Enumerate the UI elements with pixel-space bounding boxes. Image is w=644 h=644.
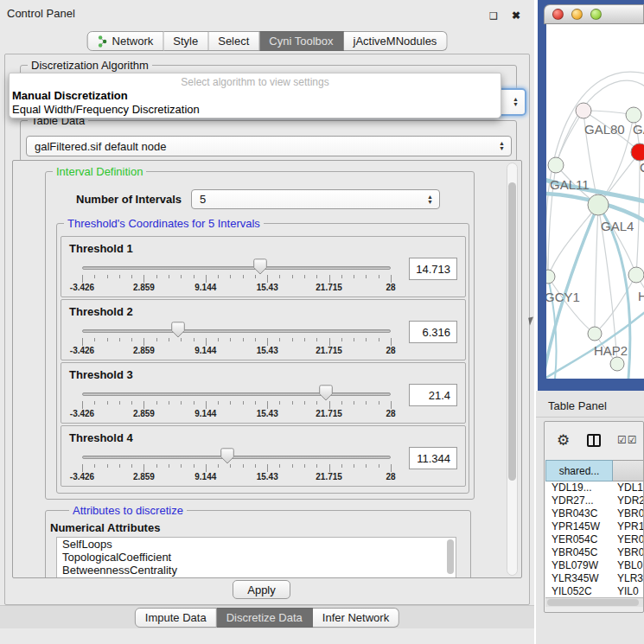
threshold-value-field[interactable]: 11.344 [409, 447, 457, 469]
cell-name[interactable]: YBR0 [613, 546, 644, 559]
cell-name[interactable]: YPR1 [613, 520, 644, 533]
network-node-hap2[interactable] [588, 327, 602, 341]
attribute-item[interactable]: TopologicalCoefficient [57, 551, 456, 564]
popup-item-manual-discretization[interactable]: Manual Discretization [12, 89, 128, 102]
cell-shared-name[interactable]: YBR043C [545, 507, 613, 520]
cell-shared-name[interactable]: YPR145W [545, 520, 613, 533]
threshold-slider[interactable]: -3.4262.8599.14415.4321.71528 [82, 322, 391, 357]
column-header-shared-name[interactable]: shared... [545, 460, 613, 481]
float-window-icon[interactable]: ❑ [488, 10, 500, 22]
table-row[interactable]: YDL19...YDL1 [545, 481, 644, 494]
cell-name[interactable]: YIL0 [613, 585, 644, 597]
cell-name[interactable]: YLR3 [613, 572, 644, 585]
panel-title: Control Panel [7, 7, 75, 20]
slider-track[interactable] [82, 456, 391, 459]
numerical-attributes-list[interactable]: SelfLoopsTopologicalCoefficientBetweenne… [56, 537, 456, 578]
popup-hint: Select algorithm to view settings [10, 76, 501, 88]
list-scrollbar[interactable] [447, 539, 454, 574]
threshold-slider[interactable]: -3.4262.8599.14415.4321.71528 [82, 259, 391, 294]
cell-shared-name[interactable]: YDL19... [545, 481, 613, 494]
cell-name[interactable]: YBR0 [613, 507, 644, 520]
zoom-traffic-icon[interactable] [590, 9, 602, 20]
threshold-panel-2: Threshold 2-3.4262.8599.14415.4321.71528… [61, 299, 466, 360]
settings-scrollbar-thumb[interactable] [508, 182, 516, 481]
network-node[interactable] [610, 357, 624, 371]
table-header-row: shared... na [545, 460, 644, 481]
threshold-slider[interactable]: -3.4262.8599.14415.4321.71528 [82, 449, 391, 483]
slider-track[interactable] [82, 392, 391, 396]
table-row[interactable]: YLR345WYLR3 [545, 572, 644, 585]
tab-select[interactable]: Select [208, 31, 259, 51]
table-row[interactable]: YER054CYER0 [545, 533, 644, 546]
network-node-gcy1[interactable] [546, 270, 555, 284]
network-node-h[interactable] [628, 267, 644, 283]
slider-tick-labels: -3.4262.8599.14415.4321.71528 [82, 346, 391, 356]
attribute-item[interactable]: SelfLoops [57, 538, 456, 551]
number-of-intervals-combobox[interactable]: 5 ▲▼ [191, 189, 440, 209]
threshold-slider[interactable]: -3.4262.8599.14415.4321.71528 [82, 386, 391, 420]
table-row[interactable]: YBR045CYBR0 [545, 546, 644, 559]
cell-name[interactable]: YBL0 [613, 559, 644, 572]
table-hscrollbar[interactable] [545, 597, 644, 607]
cell-shared-name[interactable]: YDR27... [545, 494, 613, 507]
tab-jactivemnodules[interactable]: jActiveMNodules [344, 31, 448, 51]
slider-track[interactable] [82, 266, 391, 270]
cell-name[interactable]: YDR2 [613, 494, 644, 507]
attribute-item[interactable]: BetweennessCentrality [57, 564, 456, 577]
slider-thumb[interactable] [253, 258, 268, 275]
cell-shared-name[interactable]: YBR045C [545, 546, 613, 559]
threshold-value-field[interactable]: 6.316 [409, 321, 457, 343]
cell-shared-name[interactable]: YIL052C [545, 585, 613, 597]
right-panel: GAL80GACGAL11GAL4GCY1HHAP2 Table Panel ⚙… [536, 0, 644, 644]
slider-thumb[interactable] [319, 385, 334, 401]
settings-scrollbar[interactable] [507, 163, 518, 576]
tab-cyni-toolbox[interactable]: Cyni Toolbox [259, 31, 343, 51]
close-traffic-icon[interactable] [552, 9, 564, 20]
tab-infer-network[interactable]: Infer Network [313, 608, 399, 628]
cell-shared-name[interactable]: YBL079W [545, 559, 613, 572]
minimize-traffic-icon[interactable] [571, 9, 583, 20]
tab-style[interactable]: Style [163, 31, 208, 51]
cell-shared-name[interactable]: YER054C [545, 533, 613, 546]
cell-name[interactable]: YDL1 [613, 481, 644, 494]
slider-tick-labels: -3.4262.8599.14415.4321.71528 [82, 472, 391, 482]
network-node-c[interactable] [631, 143, 644, 161]
table-data-combobox[interactable]: galFiltered.sif default node ▲▼ [26, 136, 512, 156]
cell-shared-name[interactable]: YLR345W [545, 572, 613, 585]
tab-discretize-data[interactable]: Discretize Data [217, 608, 313, 628]
group-legend: Threshold's Coordinates for 5 Intervals [64, 217, 264, 230]
network-window-titlebar[interactable] [544, 4, 644, 24]
table-row[interactable]: YPR145WYPR1 [545, 520, 644, 533]
slider-thumb[interactable] [220, 448, 234, 464]
tab-impute-data[interactable]: Impute Data [135, 608, 217, 628]
network-node-gal11[interactable] [548, 157, 564, 173]
apply-button[interactable]: Apply [233, 580, 290, 599]
group-legend: Interval Definition [53, 165, 146, 178]
network-node-gal80[interactable] [576, 103, 591, 118]
network-canvas[interactable]: GAL80GACGAL11GAL4GCY1HHAP2 [546, 24, 644, 379]
number-of-intervals-value: 5 [200, 193, 206, 206]
table-hscrollbar-thumb[interactable] [547, 599, 639, 606]
table-row[interactable]: YBR043CYBR0 [545, 507, 644, 520]
slider-ticks [82, 275, 391, 283]
slider-track[interactable] [82, 329, 391, 333]
slider-thumb[interactable] [170, 322, 185, 338]
table-rows: YDL19...YDL1YDR27...YDR2YBR043CYBR0YPR14… [545, 481, 644, 597]
gear-icon[interactable]: ⚙ [557, 431, 570, 450]
tab-network[interactable]: Network [87, 31, 164, 51]
popup-item-equal-width-frequency[interactable]: Equal Width/Frequency Discretization [12, 103, 200, 116]
columns-icon[interactable] [587, 434, 601, 447]
table-row[interactable]: YIL052CYIL0 [545, 585, 644, 597]
network-node-ga[interactable] [626, 107, 641, 123]
table-row[interactable]: YBL079WYBL0 [545, 559, 644, 572]
numerical-attributes-label: Numerical Attributes [50, 521, 160, 534]
checkbox-icons[interactable]: ☑☑ [617, 434, 638, 446]
slider-ticks [82, 338, 391, 346]
close-icon[interactable]: ✖ [510, 10, 522, 22]
table-row[interactable]: YDR27...YDR2 [545, 494, 644, 507]
threshold-value-field[interactable]: 21.4 [409, 384, 457, 406]
column-header-name[interactable]: na [613, 460, 644, 481]
cell-name[interactable]: YER0 [613, 533, 644, 546]
threshold-value-field[interactable]: 14.713 [409, 258, 457, 280]
network-node-gal4[interactable] [588, 194, 609, 215]
